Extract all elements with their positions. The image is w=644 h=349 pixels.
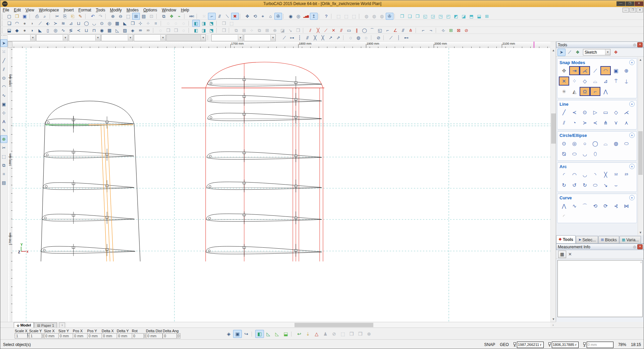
corner-2-button[interactable]: ¬ <box>427 27 435 34</box>
frame-sel-button[interactable]: ⬚ <box>338 330 347 338</box>
pin-icon[interactable]: ◎ <box>633 245 636 249</box>
walk-through-button[interactable]: ⌂ <box>267 13 274 20</box>
line-multi-button[interactable]: ≺ <box>569 108 580 117</box>
snap-nearest-button[interactable]: ⟋ <box>590 66 600 75</box>
arc-sweep-cw-button[interactable]: ↺ <box>569 181 580 190</box>
format-painter-button[interactable]: ✎ <box>76 13 84 20</box>
scroll-right-arrow[interactable]: › <box>550 322 556 328</box>
ortho-mode-button[interactable]: ⌐ <box>208 13 216 20</box>
line-tangent-2-button[interactable]: ≻ <box>580 118 590 127</box>
orbit-button[interactable]: ⟲ <box>251 13 259 20</box>
dim-tool-3-button[interactable]: ⬚ <box>350 13 358 20</box>
snap-seg-vert-button[interactable]: ┆ <box>296 34 304 41</box>
chevron-down-icon[interactable]: ▼ <box>63 35 68 41</box>
primitive-button[interactable]: ◈ <box>129 27 137 34</box>
line-fork-button[interactable]: ⋎ <box>611 118 621 127</box>
field-input[interactable]: 0 mm <box>146 333 163 339</box>
menu-workspace[interactable]: Workspace <box>37 7 61 13</box>
copy-button[interactable]: ⎘ <box>61 13 69 20</box>
snap-circ-2-button[interactable]: ◍ <box>355 34 362 41</box>
palette-tab-blocks[interactable]: ⊞Blocks <box>598 236 619 243</box>
snap-intersection-button[interactable]: ✕ <box>559 77 569 86</box>
snap-pt-1-button[interactable]: ⟋ <box>387 34 395 41</box>
close-button[interactable]: ✕ <box>635 1 643 6</box>
workplane-cp-button[interactable]: ◺ <box>273 330 281 338</box>
drawing-canvas[interactable]: YxZ <box>12 48 550 322</box>
sketch-palette-button[interactable]: ❖ <box>612 49 620 56</box>
scroll-up-arrow[interactable]: ▲ <box>551 48 556 53</box>
geo-indicator[interactable]: GEO <box>500 342 509 347</box>
ellipse-ratio-button[interactable]: ⬯ <box>590 149 600 158</box>
maximize-button[interactable]: ❐ <box>626 1 634 6</box>
measurement-list[interactable]: ∧ <box>557 260 643 317</box>
pin-icon[interactable]: ◎ <box>633 43 636 47</box>
box-3d-button[interactable]: ⬓ <box>5 27 13 34</box>
section-header[interactable]: Snap Modes« <box>557 59 637 65</box>
render-draft-button[interactable]: ◍ <box>363 13 370 20</box>
pick-point-button[interactable]: ⇣ <box>304 330 312 338</box>
view-se-button[interactable]: ◪ <box>460 13 468 20</box>
curve-partial-button[interactable]: ◜ <box>559 212 569 221</box>
zoom-window-button[interactable]: ⬚ <box>124 13 132 20</box>
ellipse-arc-button[interactable]: ◡ <box>580 149 590 158</box>
snap-seg-dir2-button[interactable]: ⇗ <box>334 34 342 41</box>
bool-4-button[interactable]: ◌ <box>180 27 187 34</box>
mod-gray-3-button[interactable]: ◌ <box>180 20 187 27</box>
bool-2-button[interactable]: ❒ <box>164 27 172 34</box>
view-nw-button[interactable]: ⬓ <box>475 13 483 20</box>
view-left-button[interactable]: ◳ <box>437 13 444 20</box>
collapse-chevron-icon[interactable]: « <box>629 101 635 107</box>
curve-cloud-button[interactable]: ⊰ <box>611 201 621 210</box>
vertical-scroll-thumb[interactable] <box>551 113 556 144</box>
circle-2-button[interactable]: ⊙ <box>98 20 106 27</box>
line-polygon-button[interactable]: ▷ <box>590 108 600 117</box>
snap-face-button[interactable]: ⌓ <box>590 77 600 86</box>
sphere-3d-button[interactable]: ● <box>21 27 29 34</box>
select-button[interactable]: ➤ <box>0 39 7 47</box>
green-insert-button[interactable]: ⊕ <box>0 135 7 143</box>
x-coordinate-field[interactable]: 1987,266211 r <box>517 342 544 348</box>
menu-modes[interactable]: Modes <box>124 7 141 13</box>
save-button[interactable]: ▣ <box>21 13 29 20</box>
arc-2-3-1-button[interactable]: ²³ <box>621 170 632 179</box>
print-preview-button[interactable]: ⌕ <box>41 13 49 20</box>
menu-options[interactable]: Options <box>141 7 159 13</box>
parallel-line-button[interactable]: ⫽ <box>307 27 314 34</box>
degrade-button[interactable]: △ <box>312 330 321 338</box>
vertical-guide-button[interactable]: ↥ <box>310 13 318 20</box>
coil-button[interactable]: ∿ <box>59 27 67 34</box>
ruler-origin-button[interactable] <box>8 42 12 48</box>
prop-combo-7[interactable]: ▼ <box>211 34 243 41</box>
triangle-button[interactable]: ◣ <box>121 20 129 27</box>
field-input[interactable]: 1 <box>29 333 42 339</box>
ellipse-box-button[interactable]: ⬭ <box>569 149 580 158</box>
no-part-button[interactable]: ⊘ <box>463 27 470 34</box>
arc-concentric-button[interactable]: ◠ <box>569 170 580 179</box>
prop-combo-3[interactable]: ▼ <box>69 34 101 41</box>
field-input[interactable]: 0 mm <box>117 333 132 339</box>
mesh-button[interactable]: ▦ <box>106 27 113 34</box>
arc-sweep-ccw-button[interactable]: ↻ <box>580 181 590 190</box>
subtract-solid-button[interactable]: ◨ <box>200 27 208 34</box>
collapse-chevron-icon[interactable]: « <box>629 60 635 65</box>
redo-button[interactable]: ↷ <box>97 13 104 20</box>
points-button[interactable]: ⁘ <box>144 20 152 27</box>
snap-seg-free-button[interactable]: ⟋ <box>280 34 288 41</box>
line-parallel-button[interactable]: ⫽ <box>559 118 569 127</box>
arc-red-button[interactable]: ⌒ <box>368 27 376 34</box>
canvas-horizontal-scrollbar[interactable] <box>66 322 550 328</box>
stack-button[interactable]: ♟ <box>321 330 330 338</box>
section-header[interactable]: Curve« <box>557 194 637 201</box>
view-bottom-button[interactable]: ❒ <box>414 13 421 20</box>
line-rectangle-button[interactable]: ▭ <box>600 108 611 117</box>
view-sw-button[interactable]: ◩ <box>452 13 460 20</box>
view-front-button[interactable]: ◱ <box>421 13 429 20</box>
cross-line-button[interactable]: ╳ <box>314 27 322 34</box>
arc-tool-button[interactable]: ◠ <box>13 20 21 27</box>
loft-button[interactable]: ≶ <box>67 27 75 34</box>
palette-tab-tools[interactable]: ❖Tools <box>556 235 576 243</box>
snap-seg-dir-button[interactable]: ↗ <box>327 34 334 41</box>
ellipse-button[interactable]: ⬭ <box>621 139 632 148</box>
array-rect-button[interactable]: ⊞ <box>240 27 248 34</box>
circle-3-button[interactable]: ◎ <box>106 20 113 27</box>
